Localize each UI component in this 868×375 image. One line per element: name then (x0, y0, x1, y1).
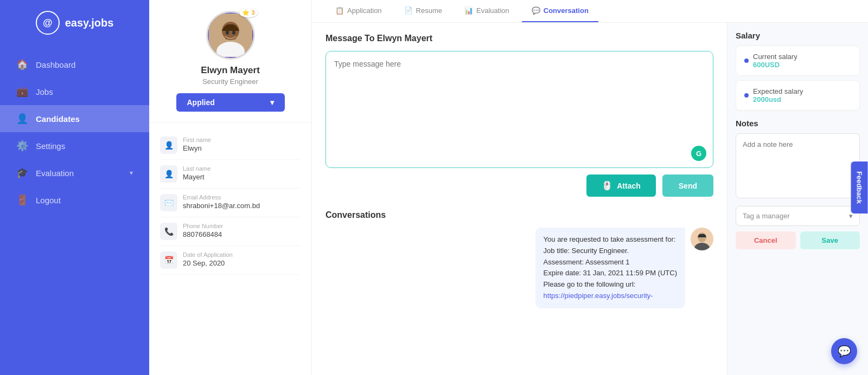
profile-panel: ⭐ 3 Elwyn Mayert Security Engineer Appli… (149, 0, 312, 375)
conversation-panel: Message To Elwyn Mayert G 🖱️ Attach Send (312, 23, 727, 375)
tab-resume[interactable]: 📄 Resume (394, 0, 452, 22)
sidebar-item-dashboard[interactable]: 🏠 Dashboard (0, 51, 149, 78)
phone-icon: 📞 (160, 223, 177, 240)
svg-rect-5 (225, 36, 236, 40)
logout-icon: 🚪 (16, 194, 28, 206)
cursor-icon: 🖱️ (602, 180, 612, 191)
sidebar-item-evaluation[interactable]: 🎓 Evaluation ▾ (0, 159, 149, 186)
tab-conversation[interactable]: 💬 Conversation (522, 0, 598, 22)
sidebar-item-label: Evaluation (36, 169, 74, 178)
notes-title: Notes (736, 119, 860, 128)
svg-point-4 (232, 30, 235, 35)
date-icon: 📅 (160, 251, 177, 269)
attach-button[interactable]: 🖱️ Attach (586, 174, 656, 197)
tabs-bar: 📋 Application 📄 Resume 📊 Evaluation 💬 Co… (312, 0, 868, 23)
message-actions: 🖱️ Attach Send (326, 174, 713, 197)
conv-bubble-inner: You are requested to take assessment for… (535, 228, 713, 308)
tag-manager-dropdown[interactable]: Tag a manager ▾ (736, 206, 860, 226)
current-salary-value: 600USD (753, 61, 780, 69)
conversation-tab-icon: 💬 (532, 7, 540, 15)
main-body: Message To Elwyn Mayert G 🖱️ Attach Send (312, 23, 868, 375)
current-salary-card: Current salary 600USD (736, 46, 860, 76)
chat-icon: 💬 (838, 345, 851, 358)
notes-input[interactable] (736, 133, 860, 198)
svg-point-3 (226, 30, 229, 35)
cancel-button[interactable]: Cancel (736, 231, 796, 249)
conversation-bubble: You are requested to take assessment for… (326, 228, 713, 308)
salary-title: Salary (736, 31, 860, 40)
applied-button[interactable]: Applied ▾ (176, 93, 285, 112)
email-icon: ✉️ (160, 194, 177, 211)
expected-salary-card: Expected salary 2000usd (736, 80, 860, 111)
field-date: 📅 Date of Application 20 Sep, 2020 (160, 246, 301, 275)
resume-tab-icon: 📄 (404, 7, 413, 15)
message-title: Message To Elwyn Mayert (326, 34, 713, 43)
expected-salary-value: 2000usd (753, 95, 781, 104)
save-button[interactable]: Save (800, 231, 860, 249)
conversations-section: Conversations You are requested to take … (326, 210, 713, 308)
expected-salary-label: Expected salary (753, 87, 803, 95)
field-phone: 📞 Phone Number 8807668484 (160, 217, 301, 246)
avatar-wrap: ⭐ 3 (206, 11, 255, 60)
notes-section: Notes Tag a manager ▾ Cancel Save (736, 119, 860, 249)
tag-manager-label: Tag a manager (743, 212, 790, 220)
profile-name: Elwyn Mayert (201, 65, 260, 76)
sidebar-item-jobs[interactable]: 💼 Jobs (0, 78, 149, 105)
lastname-icon: 👤 (160, 165, 177, 183)
message-input[interactable] (334, 60, 705, 157)
evaluation-tab-icon: 📊 (464, 7, 473, 15)
salary-dot-expected (744, 93, 749, 98)
profile-header: ⭐ 3 Elwyn Mayert Security Engineer Appli… (149, 0, 311, 123)
sidebar-item-label: Dashboard (36, 60, 75, 69)
sidebar-logo: @ easy.jobs (25, 11, 125, 35)
profile-job-title: Security Engineer (202, 77, 258, 86)
sidebar-item-label: Logout (36, 196, 61, 205)
logo-text: easy.jobs (65, 17, 114, 29)
sidebar-item-label: Settings (36, 141, 65, 151)
current-salary-label: Current salary (753, 53, 797, 61)
application-tab-icon: 📋 (335, 7, 344, 15)
sidebar-item-logout[interactable]: 🚪 Logout (0, 186, 149, 214)
message-section: Message To Elwyn Mayert G 🖱️ Attach Send (326, 34, 713, 197)
firstname-icon: 👤 (160, 137, 177, 154)
sidebar-item-settings[interactable]: ⚙️ Settings (0, 132, 149, 159)
tab-application[interactable]: 📋 Application (326, 0, 392, 22)
send-button[interactable]: Send (662, 174, 713, 197)
settings-icon: ⚙️ (16, 140, 28, 152)
sidebar-item-label: Candidates (36, 114, 80, 124)
tab-evaluation[interactable]: 📊 Evaluation (455, 0, 519, 22)
right-panel: Salary Current salary 600USD Expected sa… (727, 23, 868, 375)
note-actions: Cancel Save (736, 231, 860, 249)
sidebar-item-label: Jobs (36, 87, 53, 96)
field-email: ✉️ Email Address shraboni+18@ar.com.bd (160, 189, 301, 217)
assessment-link[interactable]: https://piedpiper.easy.jobs/security- (544, 292, 653, 300)
sidebar-nav: 🏠 Dashboard 💼 Jobs 👤 Candidates ⚙️ Setti… (0, 51, 149, 214)
main-content: 📋 Application 📄 Resume 📊 Evaluation 💬 Co… (312, 0, 868, 375)
star-badge: ⭐ 3 (239, 8, 257, 17)
message-box: G (326, 51, 713, 168)
logo-icon: @ (36, 11, 60, 35)
conv-avatar (691, 228, 713, 250)
salary-dot (744, 59, 749, 63)
evaluation-icon: 🎓 (16, 167, 28, 179)
chat-bubble-button[interactable]: 💬 (831, 338, 857, 364)
field-firstname: 👤 First name Elwyn (160, 131, 301, 160)
conversations-title: Conversations (326, 210, 713, 220)
jobs-icon: 💼 (16, 86, 28, 98)
conv-text: You are requested to take assessment for… (535, 228, 685, 308)
profile-fields: 👤 First name Elwyn 👤 Last name Mayert ✉️… (149, 123, 311, 283)
avatar (206, 11, 255, 60)
candidates-icon: 👤 (16, 113, 28, 125)
sidebar-item-candidates[interactable]: 👤 Candidates (0, 105, 149, 132)
feedback-tab[interactable]: Feedback (851, 161, 868, 214)
sidebar: @ easy.jobs 🏠 Dashboard 💼 Jobs 👤 Candida… (0, 0, 149, 375)
grammarly-icon: G (691, 146, 706, 161)
field-lastname: 👤 Last name Mayert (160, 160, 301, 189)
home-icon: 🏠 (16, 59, 28, 70)
